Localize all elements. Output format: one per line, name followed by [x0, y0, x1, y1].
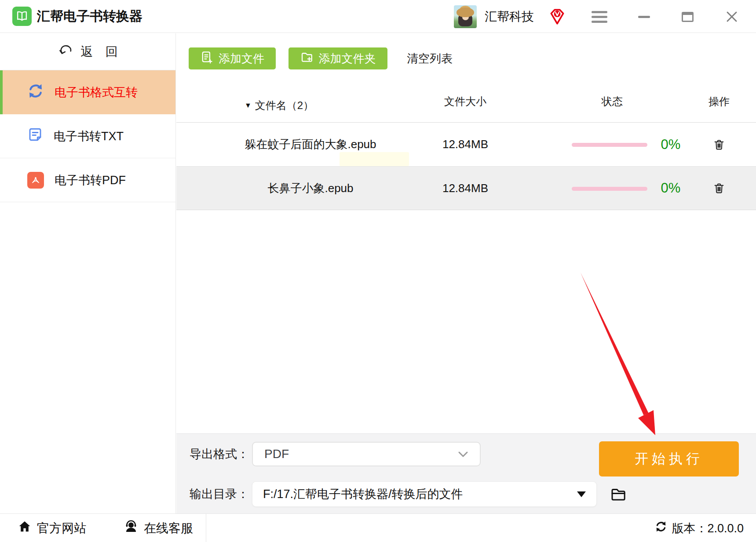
add-folder-icon	[300, 51, 314, 67]
back-button[interactable]: 返 回	[0, 33, 175, 70]
folder-icon	[610, 486, 628, 502]
add-folder-label: 添加文件夹	[319, 51, 376, 66]
update-refresh-icon	[655, 520, 667, 536]
refresh-arrows-icon	[27, 83, 44, 102]
app-logo-icon	[12, 7, 32, 26]
sidebar-item-to-txt[interactable]: 电子书转TXT	[0, 114, 175, 158]
document-lines-icon	[27, 127, 43, 146]
export-format-label: 导出格式：	[190, 442, 249, 466]
start-button[interactable]: 开始执行	[599, 441, 739, 477]
progress-bar	[572, 143, 647, 147]
app-window: 汇帮电子书转换器 汇帮科技 返 回	[0, 0, 756, 542]
user-avatar[interactable]	[454, 5, 477, 28]
chevron-down-icon	[458, 447, 468, 461]
watermark	[340, 152, 409, 166]
back-label: 返 回	[81, 44, 118, 60]
progress-bar	[572, 187, 647, 191]
browse-folder-button[interactable]	[609, 485, 628, 503]
output-dir-value: F:/17.汇帮电子书转换器/转换后的文件	[263, 486, 463, 502]
sidebar-item-format-convert[interactable]: 电子书格式互转	[0, 70, 175, 114]
online-support-link[interactable]: 在线客服	[124, 514, 193, 542]
file-size: 12.84MB	[430, 167, 500, 210]
column-header-filename-label: 文件名（2）	[255, 98, 314, 113]
delete-file-button[interactable]	[701, 167, 737, 210]
official-website-link[interactable]: 官方网站	[18, 514, 86, 542]
table-row: 躲在蚊子后面的大象.epub 12.84MB 0%	[176, 122, 756, 166]
headset-person-icon	[124, 519, 139, 537]
export-format-value: PDF	[264, 447, 289, 461]
trash-icon	[712, 182, 726, 195]
version-area: 版本：2.0.0.0	[655, 514, 744, 542]
column-header-status: 状态	[577, 95, 647, 116]
maximize-icon[interactable]	[682, 12, 694, 22]
table-row: 长鼻子小象.epub 12.84MB 0%	[176, 166, 756, 210]
column-header-action: 操作	[693, 95, 745, 116]
menu-icon[interactable]	[592, 10, 607, 24]
titlebar: 汇帮电子书转换器 汇帮科技	[0, 0, 756, 33]
export-format-select[interactable]: PDF	[252, 442, 481, 466]
minimize-icon[interactable]	[638, 16, 650, 18]
trash-icon	[712, 138, 726, 151]
delete-file-button[interactable]	[701, 123, 737, 166]
undo-arrow-icon	[58, 44, 73, 59]
footer: 官方网站 在线客服	[0, 513, 756, 542]
add-file-icon	[200, 51, 213, 67]
progress-percent: 0%	[644, 167, 697, 210]
column-header-filename[interactable]: ▼ 文件名（2）	[245, 95, 314, 116]
add-file-label: 添加文件	[219, 51, 264, 66]
clear-list-button[interactable]: 清空列表	[407, 47, 453, 69]
add-file-button[interactable]: 添加文件	[189, 47, 276, 69]
app-title: 汇帮电子书转换器	[37, 0, 142, 33]
close-icon[interactable]	[725, 10, 739, 24]
add-folder-button[interactable]: 添加文件夹	[289, 47, 387, 69]
sidebar-item-to-pdf[interactable]: 电子书转PDF	[0, 158, 175, 202]
brand-name: 汇帮科技	[485, 0, 534, 33]
column-header-size: 文件大小	[430, 95, 500, 116]
progress-percent: 0%	[644, 123, 697, 166]
output-dir-label: 输出目录：	[190, 481, 249, 507]
file-name: 长鼻子小象.epub	[203, 167, 418, 210]
sidebar-item-label: 电子书格式互转	[55, 84, 138, 100]
online-support-label: 在线客服	[144, 520, 193, 537]
bottom-panel: 导出格式： PDF 开始执行 输出目录： F:/17.汇帮电子书转换器/转换后的…	[176, 433, 756, 513]
vip-badge-icon[interactable]	[548, 7, 566, 26]
caret-down-icon	[577, 491, 586, 497]
home-icon	[18, 520, 32, 537]
sort-desc-icon: ▼	[245, 102, 252, 109]
footer-divider	[206, 514, 206, 542]
version-text: 版本：2.0.0.0	[672, 520, 744, 536]
pdf-icon	[27, 172, 44, 189]
sidebar-item-label: 电子书转TXT	[54, 128, 124, 144]
sidebar-item-label: 电子书转PDF	[55, 172, 126, 188]
file-size: 12.84MB	[430, 123, 500, 166]
official-website-label: 官方网站	[37, 520, 86, 537]
output-dir-select[interactable]: F:/17.汇帮电子书转换器/转换后的文件	[252, 481, 597, 507]
sidebar: 返 回 电子书格式互转	[0, 33, 176, 513]
